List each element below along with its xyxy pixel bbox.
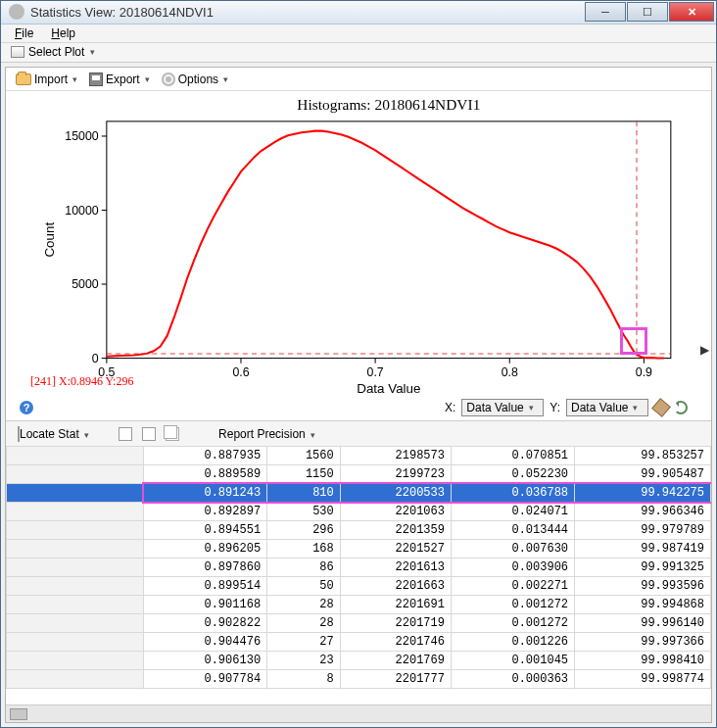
refresh-icon[interactable] bbox=[674, 401, 688, 414]
import-button[interactable]: Import bbox=[16, 73, 77, 86]
table-row[interactable]: 0.89289753022010630.02407199.966346 bbox=[7, 503, 711, 521]
table-cell: 2201691 bbox=[340, 596, 451, 614]
view-mode-1-icon[interactable] bbox=[119, 427, 132, 441]
table-cell: 0.907784 bbox=[144, 670, 267, 689]
titlebar: Statistics View: 20180614NDVI1 ─ ☐ ✕ bbox=[1, 1, 716, 24]
table-cell: 99.998410 bbox=[575, 652, 711, 670]
table-cell: 1560 bbox=[267, 447, 341, 465]
table-cell: 0.001226 bbox=[451, 633, 574, 652]
table-row[interactable]: 0.89620516822015270.00763099.987419 bbox=[7, 540, 711, 558]
select-plot-toolbar: Select Plot bbox=[1, 43, 716, 63]
table-row[interactable]: 0.89455129622013590.01344499.979789 bbox=[7, 521, 711, 540]
table-cell bbox=[7, 465, 144, 484]
cursor-readout: [241] X:0.8946 Y:296 bbox=[30, 374, 133, 389]
table-cell bbox=[7, 633, 144, 652]
table-cell: 0.052230 bbox=[451, 465, 574, 484]
export-button[interactable]: Export bbox=[89, 73, 150, 86]
close-button[interactable]: ✕ bbox=[669, 2, 714, 22]
svg-text:0.7: 0.7 bbox=[367, 365, 384, 379]
table-cell: 28 bbox=[267, 596, 341, 614]
table-cell: 99.996140 bbox=[575, 614, 711, 633]
table-cell: 0.892897 bbox=[144, 503, 267, 521]
stats-table[interactable]: 0.887935156021985730.07085199.8532570.88… bbox=[6, 446, 711, 689]
table-cell: 2200533 bbox=[340, 484, 451, 503]
svg-text:0.8: 0.8 bbox=[502, 365, 518, 379]
table-cell: 0.889589 bbox=[144, 465, 267, 484]
options-label: Options bbox=[178, 73, 218, 86]
import-label: Import bbox=[34, 73, 68, 86]
maximize-button[interactable]: ☐ bbox=[627, 2, 668, 22]
folder-icon bbox=[16, 73, 31, 85]
table-cell: 99.998774 bbox=[575, 670, 711, 689]
table-cell: 99.997366 bbox=[575, 633, 711, 652]
view-mode-2-icon[interactable] bbox=[142, 427, 156, 441]
select-plot-button[interactable]: Select Plot bbox=[7, 43, 99, 61]
table-cell: 0.894551 bbox=[144, 521, 267, 540]
locate-stat-label: Locate Stat bbox=[20, 427, 79, 441]
table-cell: 2199723 bbox=[340, 465, 451, 484]
table-cell: 0.896205 bbox=[144, 540, 267, 558]
locate-stat-button[interactable]: Locate Stat bbox=[18, 427, 89, 441]
table-row[interactable]: 0.8978608622016130.00390699.991325 bbox=[7, 558, 711, 577]
table-row[interactable]: 0.89124381022005330.03678899.942275 bbox=[7, 484, 711, 503]
table-cell: 0.003906 bbox=[451, 558, 574, 577]
table-cell: 0.001272 bbox=[451, 614, 574, 633]
select-plot-label: Select Plot bbox=[28, 45, 84, 59]
table-row[interactable]: 0.9061302322017690.00104599.998410 bbox=[7, 652, 711, 670]
table-cell: 0.897860 bbox=[144, 558, 267, 577]
table-cell: 8 bbox=[267, 670, 341, 689]
table-cell: 2201527 bbox=[340, 540, 451, 558]
window-title: Statistics View: 20180614NDVI1 bbox=[30, 5, 584, 20]
histogram-chart[interactable]: Histograms: 20180614NDVI10.50.60.70.80.9… bbox=[6, 91, 711, 404]
main-panel: Import Export Options Histograms: 201806… bbox=[5, 67, 712, 723]
svg-text:Data Value: Data Value bbox=[357, 381, 420, 396]
table-cell: 99.991325 bbox=[575, 558, 711, 577]
table-cell: 2201663 bbox=[340, 577, 451, 596]
table-cell bbox=[7, 447, 144, 465]
table-cell bbox=[7, 521, 144, 540]
table-cell bbox=[7, 540, 144, 558]
table-cell: 2201613 bbox=[340, 558, 451, 577]
table-row[interactable]: 0.907784822017770.00036399.998774 bbox=[7, 670, 711, 689]
table-cell bbox=[7, 503, 144, 521]
report-precision-button[interactable]: Report Precision bbox=[218, 427, 315, 441]
copy-icon[interactable] bbox=[166, 427, 179, 441]
horizontal-scrollbar[interactable] bbox=[6, 704, 711, 722]
table-cell: 0.901168 bbox=[144, 596, 267, 614]
table-row[interactable]: 0.9044762722017460.00122699.997366 bbox=[7, 633, 711, 652]
table-cell: 0.000363 bbox=[451, 670, 574, 689]
table-cell: 2201746 bbox=[340, 633, 451, 652]
svg-text:Histograms: 20180614NDVI1: Histograms: 20180614NDVI1 bbox=[297, 96, 480, 113]
svg-text:Count: Count bbox=[42, 222, 57, 258]
table-cell: 0.891243 bbox=[144, 484, 267, 503]
minimize-button[interactable]: ─ bbox=[585, 2, 626, 22]
table-row[interactable]: 0.8995145022016630.00227199.993596 bbox=[7, 577, 711, 596]
svg-text:0.6: 0.6 bbox=[232, 365, 249, 379]
table-cell bbox=[7, 484, 144, 503]
scrollbar-thumb[interactable] bbox=[10, 708, 27, 720]
table-cell: 1150 bbox=[267, 465, 341, 484]
table-cell: 23 bbox=[267, 652, 341, 670]
table-cell bbox=[7, 577, 144, 596]
table-cell: 50 bbox=[267, 577, 341, 596]
chart-toolbar: Import Export Options bbox=[6, 68, 711, 91]
menu-help[interactable]: Help bbox=[43, 24, 83, 42]
plot-icon bbox=[11, 46, 24, 58]
table-cell: 99.966346 bbox=[575, 503, 711, 521]
table-cell: 810 bbox=[267, 484, 341, 503]
table-row[interactable]: 0.887935156021985730.07085199.853257 bbox=[7, 447, 711, 465]
table-row[interactable]: 0.889589115021997230.05223099.905487 bbox=[7, 465, 711, 484]
table-row[interactable]: 0.9011682822016910.00127299.994868 bbox=[7, 596, 711, 614]
table-cell bbox=[7, 614, 144, 633]
table-cell: 99.994868 bbox=[575, 596, 711, 614]
table-cell: 2198573 bbox=[340, 447, 451, 465]
chart-area[interactable]: Histograms: 20180614NDVI10.50.60.70.80.9… bbox=[6, 91, 711, 395]
table-cell: 2201063 bbox=[340, 503, 451, 521]
table-row[interactable]: 0.9028222822017190.00127299.996140 bbox=[7, 614, 711, 633]
table-wrap[interactable]: 0.887935156021985730.07085199.8532570.88… bbox=[6, 446, 711, 704]
expand-right-icon[interactable]: ▶ bbox=[699, 341, 709, 359]
menu-file[interactable]: File bbox=[7, 24, 41, 42]
options-button[interactable]: Options bbox=[162, 73, 228, 86]
table-cell: 99.993596 bbox=[575, 577, 711, 596]
table-cell: 0.002271 bbox=[451, 577, 574, 596]
